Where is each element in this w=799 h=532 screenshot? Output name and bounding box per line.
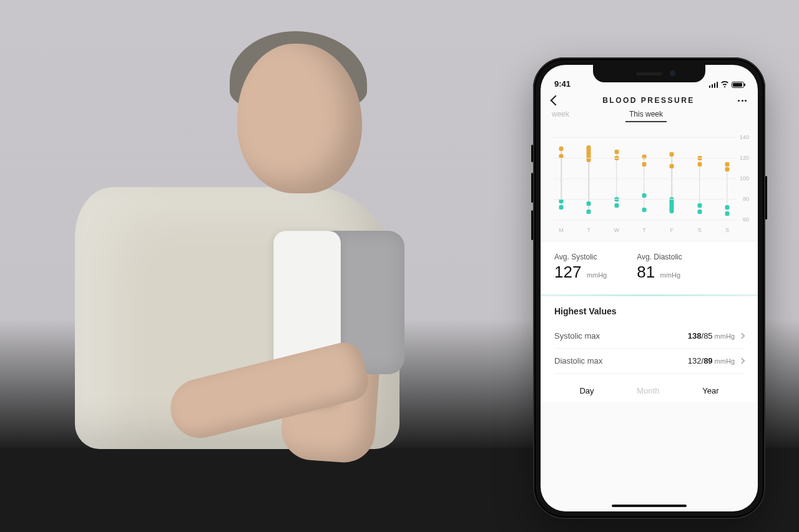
tab-this-week[interactable]: This week <box>629 110 663 122</box>
accent-divider <box>541 294 758 296</box>
chart-ytick: 60 <box>743 216 749 223</box>
avg-diastolic: Avg. Diastolic 81 mmHg <box>637 253 682 282</box>
avg-systolic-value: 127 <box>554 263 581 282</box>
chart-xtick: M <box>556 227 567 233</box>
avg-diastolic-value: 81 <box>637 263 655 282</box>
app-screen: 9:41 BLOOD PRESSURE week This week MTWTF… <box>541 65 758 511</box>
chevron-right-icon <box>739 358 745 364</box>
status-time: 9:41 <box>554 79 571 89</box>
granularity-month[interactable]: Month <box>637 386 659 395</box>
chart-ytick: 120 <box>740 155 749 161</box>
chart-xtick: S <box>694 227 705 233</box>
avg-systolic-label: Avg. Systolic <box>554 253 607 261</box>
chart-ytick: 80 <box>743 196 749 202</box>
avg-systolic: Avg. Systolic 127 mmHg <box>554 253 607 282</box>
diastolic-max-label: Diastolic max <box>554 356 602 365</box>
phone-notch <box>593 65 705 82</box>
systolic-max-row[interactable]: Systolic max 138/85mmHg <box>554 324 744 349</box>
phone-mockup: 9:41 BLOOD PRESSURE week This week MTWTF… <box>533 57 765 519</box>
back-button[interactable] <box>551 95 561 106</box>
systolic-max-label: Systolic max <box>554 331 600 341</box>
chart-xtick: T <box>639 227 650 233</box>
averages-card: Avg. Systolic 127 mmHg Avg. Diastolic 81… <box>541 241 758 294</box>
granularity-switch: Day Month Year <box>541 377 758 402</box>
person-illustration: + <box>25 25 499 511</box>
chart-ytick: 140 <box>740 134 749 140</box>
chevron-right-icon <box>739 333 745 339</box>
wifi-icon <box>720 80 729 89</box>
granularity-year[interactable]: Year <box>702 386 718 395</box>
avg-diastolic-label: Avg. Diastolic <box>637 253 682 261</box>
avg-diastolic-unit: mmHg <box>660 271 680 279</box>
highest-values-title: Highest Values <box>554 306 744 316</box>
bp-range-chart: MTWTFSS 6080100120140 <box>541 131 758 236</box>
signal-icon <box>709 82 718 88</box>
chart-xtick: S <box>722 227 733 233</box>
home-indicator[interactable] <box>612 505 687 507</box>
chart-xtick: W <box>611 227 622 233</box>
granularity-day[interactable]: Day <box>579 386 594 395</box>
chart-ytick: 100 <box>740 175 749 181</box>
tab-previous-week[interactable]: week <box>552 110 569 122</box>
chart-xtick: T <box>583 227 594 233</box>
page-title: BLOOD PRESSURE <box>602 96 695 105</box>
chart-xtick: F <box>666 227 677 233</box>
diastolic-max-row[interactable]: Diastolic max 132/89mmHg <box>554 349 744 374</box>
more-options-button[interactable] <box>738 100 747 102</box>
time-range-tabs: week This week <box>541 110 758 122</box>
battery-icon <box>732 82 744 88</box>
highest-values-card: Highest Values Systolic max 138/85mmHg D… <box>541 296 758 377</box>
avg-systolic-unit: mmHg <box>587 271 607 279</box>
